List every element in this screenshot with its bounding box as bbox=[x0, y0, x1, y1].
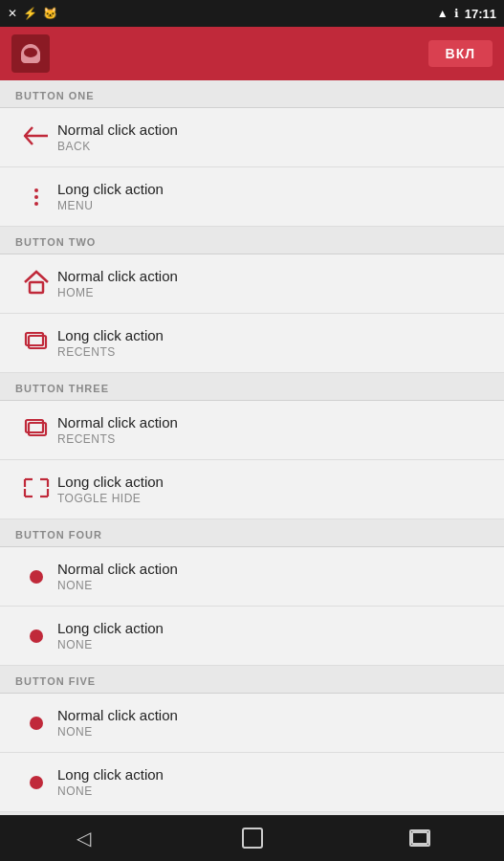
item-title-b2-normal: Normal click action bbox=[57, 268, 489, 284]
item-subtitle-b2-normal: HOME bbox=[57, 286, 489, 299]
status-bar-left: ✕ ⚡ 🐱 bbox=[8, 7, 57, 20]
cat-icon: 🐱 bbox=[43, 7, 57, 20]
nav-recents-icon bbox=[411, 831, 428, 845]
list-item-b1-long[interactable]: Long click actionMENU bbox=[0, 167, 504, 227]
list-item-b1-normal[interactable]: Normal click actionBACK bbox=[0, 108, 504, 167]
list-item-b4-normal[interactable]: Normal click actionNONE bbox=[0, 547, 504, 607]
section-header-button-three: BUTTON THREE bbox=[0, 373, 504, 400]
info-icon: ℹ bbox=[454, 7, 459, 20]
svg-rect-2 bbox=[30, 282, 43, 293]
status-bar-right: ▲ ℹ 17:11 bbox=[437, 7, 496, 21]
app-logo-icon bbox=[17, 40, 44, 67]
nav-home-button[interactable] bbox=[168, 815, 337, 861]
list-item-b2-normal[interactable]: Normal click actionHOME bbox=[0, 254, 504, 314]
toggle-button[interactable]: ВКЛ bbox=[428, 40, 493, 67]
close-icon: ✕ bbox=[8, 7, 17, 20]
expand-icon bbox=[23, 477, 50, 502]
wifi-icon: ▲ bbox=[437, 7, 449, 20]
item-subtitle-b5-normal: NONE bbox=[57, 725, 489, 739]
status-bar: ✕ ⚡ 🐱 ▲ ℹ 17:11 bbox=[0, 0, 504, 27]
menu-icon bbox=[34, 188, 38, 206]
item-subtitle-b3-normal: RECENTS bbox=[57, 432, 489, 446]
svg-point-0 bbox=[24, 48, 37, 57]
dot-icon bbox=[30, 629, 43, 643]
item-subtitle-b3-long: TOGGLE HIDE bbox=[57, 492, 489, 505]
usb-icon: ⚡ bbox=[23, 7, 37, 20]
item-title-b1-normal: Normal click action bbox=[57, 121, 489, 138]
item-title-b1-long: Long click action bbox=[57, 181, 489, 197]
top-bar: ВКЛ bbox=[0, 27, 504, 80]
section-header-button-five: BUTTON FIVE bbox=[0, 666, 504, 693]
item-title-b2-long: Long click action bbox=[57, 327, 489, 343]
list-item-b5-long[interactable]: Long click actionNONE bbox=[0, 753, 504, 812]
item-subtitle-b5-long: NONE bbox=[57, 784, 489, 798]
list-item-b3-normal[interactable]: Normal click actionRECENTS bbox=[0, 401, 504, 460]
section-header-button-four: BUTTON FOUR bbox=[0, 519, 504, 546]
item-subtitle-b1-normal: BACK bbox=[57, 140, 489, 153]
list-item-b3-long[interactable]: Long click actionTOGGLE HIDE bbox=[0, 460, 504, 519]
item-subtitle-b2-long: RECENTS bbox=[57, 345, 489, 359]
nav-home-icon bbox=[242, 828, 263, 849]
bottom-nav: ◁ bbox=[0, 815, 504, 861]
section-header-button-one: BUTTON ONE bbox=[0, 80, 504, 107]
nav-back-icon: ◁ bbox=[77, 827, 91, 850]
item-title-b3-normal: Normal click action bbox=[57, 414, 489, 430]
nav-back-button[interactable]: ◁ bbox=[0, 815, 168, 861]
item-subtitle-b4-normal: NONE bbox=[57, 579, 489, 592]
section-header-button-two: BUTTON TWO bbox=[0, 227, 504, 254]
recents-icon bbox=[23, 418, 50, 443]
app-icon bbox=[11, 34, 50, 73]
recents-icon bbox=[23, 331, 50, 356]
item-title-b5-normal: Normal click action bbox=[57, 707, 489, 723]
back-icon bbox=[23, 125, 50, 150]
dot-icon bbox=[30, 570, 43, 584]
list-item-b5-normal[interactable]: Normal click actionNONE bbox=[0, 694, 504, 753]
item-title-b3-long: Long click action bbox=[57, 474, 489, 490]
item-subtitle-b4-long: NONE bbox=[57, 638, 489, 651]
status-time: 17:11 bbox=[465, 7, 496, 21]
dot-icon bbox=[30, 717, 43, 730]
home-icon bbox=[23, 270, 50, 298]
item-title-b5-long: Long click action bbox=[57, 766, 489, 783]
content-area: BUTTON ONENormal click actionBACKLong cl… bbox=[0, 80, 504, 815]
list-item-b4-long[interactable]: Long click actionNONE bbox=[0, 607, 504, 666]
item-title-b4-normal: Normal click action bbox=[57, 561, 489, 577]
item-title-b4-long: Long click action bbox=[57, 620, 489, 636]
list-item-b2-long[interactable]: Long click actionRECENTS bbox=[0, 314, 504, 373]
dot-icon bbox=[30, 776, 43, 789]
item-subtitle-b1-long: MENU bbox=[57, 199, 489, 212]
nav-recents-button[interactable] bbox=[336, 815, 504, 861]
